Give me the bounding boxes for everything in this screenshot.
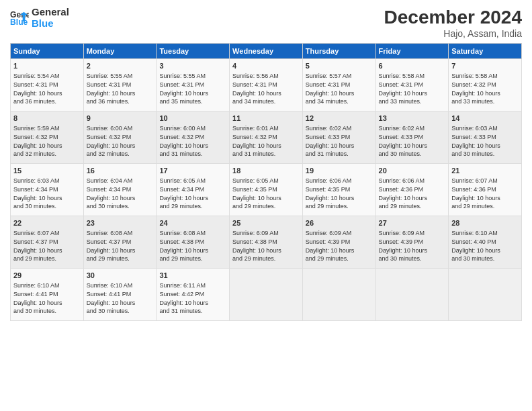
table-cell: 26Sunrise: 6:09 AMSunset: 4:39 PMDayligh… (302, 216, 375, 269)
day-info: Sunset: 4:38 PM (159, 238, 226, 246)
day-info: and 29 minutes. (306, 255, 373, 263)
day-info: Sunset: 4:36 PM (451, 185, 519, 194)
table-cell (302, 269, 375, 321)
day-number: 21 (451, 166, 519, 176)
day-number: 30 (87, 271, 154, 281)
day-number: 28 (451, 218, 519, 228)
day-info: Sunrise: 6:06 AM (379, 177, 446, 185)
day-info: Daylight: 10 hours (451, 142, 519, 150)
day-info: and 30 minutes. (451, 150, 519, 158)
day-info: Sunrise: 5:59 AM (13, 124, 81, 133)
main-title: December 2024 (384, 7, 522, 28)
day-number: 17 (159, 166, 226, 176)
day-info: Daylight: 10 hours (87, 299, 154, 308)
day-number: 27 (379, 218, 446, 228)
day-info: and 29 minutes. (13, 255, 81, 263)
day-info: Sunset: 4:31 PM (159, 81, 226, 89)
day-info: Sunrise: 6:00 AM (87, 124, 154, 133)
table-cell: 20Sunrise: 6:06 AMSunset: 4:36 PMDayligh… (375, 164, 449, 216)
day-info: and 29 minutes. (451, 202, 519, 211)
day-number: 15 (13, 166, 81, 176)
day-number: 18 (232, 166, 300, 176)
week-row-5: 29Sunrise: 6:10 AMSunset: 4:41 PMDayligh… (11, 269, 522, 321)
day-info: Sunset: 4:33 PM (451, 133, 519, 142)
day-info: and 29 minutes. (379, 202, 446, 211)
table-cell: 19Sunrise: 6:06 AMSunset: 4:35 PMDayligh… (302, 164, 375, 216)
day-info: and 30 minutes. (87, 202, 154, 211)
day-info: Daylight: 10 hours (13, 246, 81, 255)
day-info: and 31 minutes. (306, 150, 373, 158)
day-info: and 31 minutes. (159, 150, 226, 158)
day-number: 26 (306, 218, 373, 228)
day-info: Sunrise: 6:01 AM (232, 124, 300, 133)
day-info: Daylight: 10 hours (451, 246, 519, 255)
page-container: General Blue GeneralBlue December 2024 H… (0, 0, 532, 328)
day-info: Sunset: 4:36 PM (379, 185, 446, 194)
calendar-table: Sunday Monday Tuesday Wednesday Thursday… (10, 43, 522, 321)
col-tuesday: Tuesday (157, 44, 230, 59)
day-info: Sunrise: 6:09 AM (306, 229, 373, 238)
day-info: Sunset: 4:37 PM (13, 238, 81, 246)
title-block: December 2024 Hajo, Assam, India (384, 7, 522, 39)
table-cell: 29Sunrise: 6:10 AMSunset: 4:41 PMDayligh… (11, 269, 84, 321)
table-cell: 23Sunrise: 6:08 AMSunset: 4:37 PMDayligh… (83, 216, 157, 269)
table-cell: 10Sunrise: 6:00 AMSunset: 4:32 PMDayligh… (157, 111, 230, 164)
day-info: Sunrise: 6:09 AM (379, 229, 446, 238)
day-info: and 34 minutes. (306, 97, 373, 106)
day-info: and 30 minutes. (379, 150, 446, 158)
table-cell: 25Sunrise: 6:09 AMSunset: 4:38 PMDayligh… (230, 216, 303, 269)
col-thursday: Thursday (302, 44, 375, 59)
day-info: Daylight: 10 hours (13, 89, 81, 98)
day-info: and 29 minutes. (87, 255, 154, 263)
table-cell: 15Sunrise: 6:03 AMSunset: 4:34 PMDayligh… (11, 164, 84, 216)
header-row: Sunday Monday Tuesday Wednesday Thursday… (11, 44, 522, 59)
day-info: Sunrise: 6:05 AM (232, 177, 300, 185)
day-info: Daylight: 10 hours (306, 246, 373, 255)
day-number: 12 (306, 113, 373, 124)
day-info: Sunrise: 6:02 AM (306, 124, 373, 133)
day-number: 4 (232, 61, 300, 71)
day-info: and 29 minutes. (232, 202, 300, 211)
day-info: Daylight: 10 hours (159, 194, 226, 203)
day-info: Sunset: 4:34 PM (87, 185, 154, 194)
day-info: and 30 minutes. (87, 307, 154, 316)
col-friday: Friday (375, 44, 449, 59)
day-info: Daylight: 10 hours (379, 246, 446, 255)
day-info: Sunset: 4:40 PM (451, 238, 519, 246)
day-info: Sunrise: 5:54 AM (13, 72, 81, 81)
day-info: Sunrise: 5:58 AM (451, 72, 519, 81)
day-info: and 33 minutes. (379, 97, 446, 106)
day-number: 31 (159, 271, 226, 281)
calendar-body: 1Sunrise: 5:54 AMSunset: 4:31 PMDaylight… (11, 59, 522, 321)
day-number: 6 (379, 61, 446, 71)
day-info: Daylight: 10 hours (159, 246, 226, 255)
day-info: Sunset: 4:31 PM (13, 81, 81, 89)
table-cell: 21Sunrise: 6:07 AMSunset: 4:36 PMDayligh… (449, 164, 522, 216)
day-info: Daylight: 10 hours (87, 142, 154, 150)
day-info: and 30 minutes. (379, 255, 446, 263)
day-info: Daylight: 10 hours (13, 194, 81, 203)
day-info: Sunset: 4:33 PM (379, 133, 446, 142)
day-info: Sunset: 4:41 PM (87, 290, 154, 299)
day-info: Sunset: 4:37 PM (87, 238, 154, 246)
day-number: 3 (159, 61, 226, 71)
day-number: 7 (451, 61, 519, 71)
day-info: Sunrise: 6:03 AM (13, 177, 81, 185)
day-number: 10 (159, 113, 226, 124)
day-info: Sunrise: 6:07 AM (451, 177, 519, 185)
day-info: Daylight: 10 hours (451, 89, 519, 98)
day-info: Sunset: 4:41 PM (13, 290, 81, 299)
day-info: Sunrise: 5:57 AM (306, 72, 373, 81)
table-cell: 1Sunrise: 5:54 AMSunset: 4:31 PMDaylight… (11, 59, 84, 111)
logo-text: GeneralBlue (32, 7, 69, 29)
week-row-1: 1Sunrise: 5:54 AMSunset: 4:31 PMDaylight… (11, 59, 522, 111)
day-info: Daylight: 10 hours (232, 142, 300, 150)
table-cell: 31Sunrise: 6:11 AMSunset: 4:42 PMDayligh… (157, 269, 230, 321)
day-info: Daylight: 10 hours (159, 299, 226, 308)
table-cell: 30Sunrise: 6:10 AMSunset: 4:41 PMDayligh… (83, 269, 157, 321)
day-info: Daylight: 10 hours (232, 89, 300, 98)
day-info: Sunset: 4:39 PM (379, 238, 446, 246)
day-info: Sunrise: 6:09 AM (232, 229, 300, 238)
week-row-4: 22Sunrise: 6:07 AMSunset: 4:37 PMDayligh… (11, 216, 522, 269)
day-info: Sunset: 4:32 PM (232, 133, 300, 142)
